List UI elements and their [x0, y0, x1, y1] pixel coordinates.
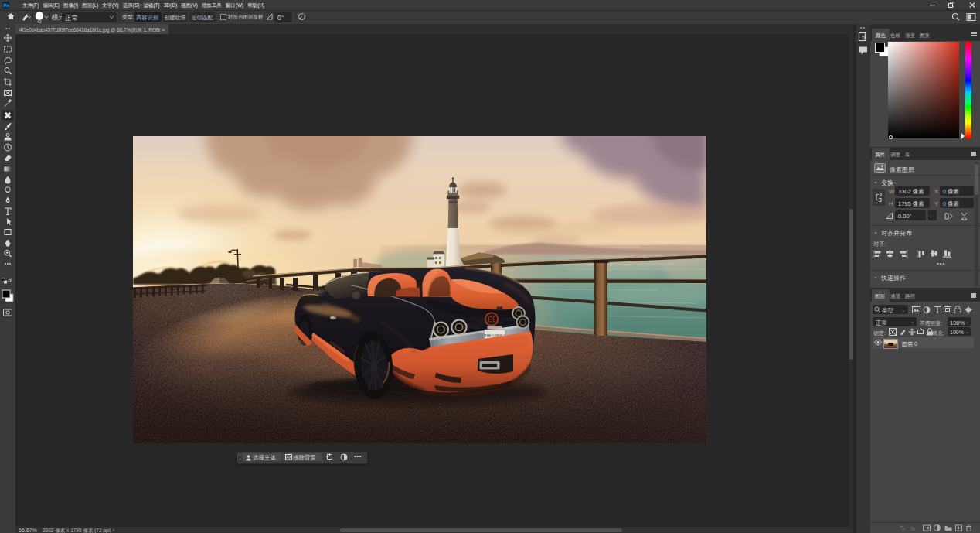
svg-text:42: 42	[37, 19, 42, 24]
svg-text:5: 5	[862, 34, 866, 41]
svg-text:fx: fx	[910, 525, 916, 532]
